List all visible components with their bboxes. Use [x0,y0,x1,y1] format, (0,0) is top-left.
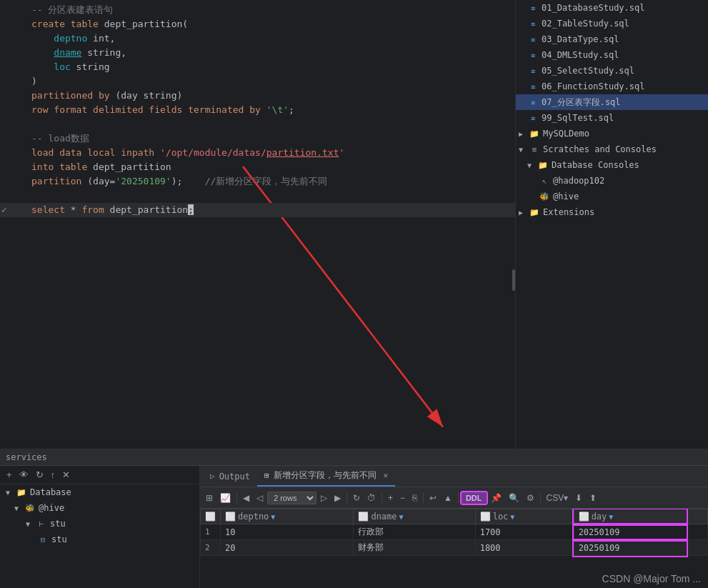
cell-dname[interactable]: 行政部 [354,524,475,540]
sql-file-icon: ≡ [527,18,539,29]
tab-partition[interactable]: ⊞ 新增分区字段，与先前不同 ✕ [257,466,395,487]
revert-button[interactable]: ↩ [427,492,439,504]
cell-empty [687,524,707,540]
svc-item-database[interactable]: ▼ 📁 Database [0,484,199,500]
filter-icon[interactable]: ▼ [271,513,275,521]
col-header-deptno[interactable]: ⬜ deptno ▼ [221,509,354,524]
data-grid: ⬜ ⬜ deptno ▼ [200,509,708,588]
tree-item-label: 01_DatabaseStudy.sql [542,3,645,13]
tree-item-label: @hive [553,191,579,201]
tab-output[interactable]: ▷ Output [203,466,257,487]
download-button[interactable]: ⬇ [572,492,585,504]
divider [423,492,424,504]
svc-label: @hive [39,503,64,513]
tree-item-01[interactable]: ≡ 01_DatabaseStudy.sql [516,0,708,16]
up-button[interactable]: ↑ [49,468,58,482]
col-header-dname[interactable]: ⬜ dname ▼ [354,509,475,524]
data-panel: ▷ Output ⊞ 新增分区字段，与先前不同 ✕ ⊞ 📈 ◀ ◁ [200,466,708,588]
tree-item-03[interactable]: ≡ 03_DataType.sql [516,31,708,47]
cell-loc[interactable]: 1700 [475,524,574,540]
eye-button[interactable]: 👁 [17,468,31,482]
tree-item-07[interactable]: ≡ 07_分区表字段.sql [516,94,708,110]
tree-item-label: 05_SelectStudy.sql [542,66,634,76]
clone-row-button[interactable]: ⎘ [409,492,420,504]
prev-page-button[interactable]: ◁ [254,492,266,504]
svc-item-hive[interactable]: ▼ 🐝 @hive [0,500,199,516]
cell-day[interactable]: 20250109 [574,524,687,540]
tree-item-scratches[interactable]: ▼ ≡ Scratches and Consoles [516,141,708,157]
col-deptno-label: deptno [238,512,269,522]
next-page-button[interactable]: ▷ [318,492,330,504]
cell-deptno[interactable]: 10 [221,524,354,540]
folder-icon: 📁 [529,206,540,218]
folder-icon: 📁 [537,159,549,171]
tab-output-label: Output [219,472,250,482]
scratches-icon: ≡ [529,144,540,155]
tree-item-02[interactable]: ≡ 02_TableStudy.sql [516,16,708,31]
tree-item-06[interactable]: ≡ 06_FunctionStudy.sql [516,79,708,94]
scrollbar-thumb[interactable] [512,269,515,291]
cell-dname[interactable]: 财务部 [354,540,475,556]
upload-button[interactable]: ⬆ [587,492,599,504]
tab-partition-label: 新增分区字段，与先前不同 [274,469,377,482]
add-row-button[interactable]: + [385,492,396,504]
tree-item-05[interactable]: ≡ 05_SelectStudy.sql [516,63,708,79]
top-area: -- 分区表建表语句 create table dept_partition( … [0,0,708,449]
cell-loc[interactable]: 1800 [475,540,574,556]
svc-label: Database [30,487,71,497]
sql-file-icon: ≡ [527,49,539,61]
pin-button[interactable]: 📌 [488,492,504,504]
hadoop-icon: ↖ [539,175,550,186]
chart-button[interactable]: 📈 [217,492,234,504]
history-button[interactable]: ⏱ [364,492,379,504]
ddl-button[interactable]: DDL [462,492,487,504]
cell-deptno[interactable]: 20 [221,540,354,556]
cell-day[interactable]: 20250109 [574,540,687,556]
filter-icon[interactable]: ▼ [399,513,404,521]
tree-item-hive-console[interactable]: 🐝 @hive [516,189,708,204]
delete-row-button[interactable]: − [397,492,408,504]
search-button[interactable]: 🔍 [506,492,522,504]
tree-item-db-consoles[interactable]: ▼ 📁 Database Consoles [516,157,708,173]
divider [346,492,347,504]
tab-close-button[interactable]: ✕ [384,471,389,480]
first-page-button[interactable]: ◀ [240,492,252,504]
tree-item-hadoop[interactable]: ↖ @hadoop102 [516,173,708,189]
code-line: -- 分区表建表语句 [0,3,515,17]
code-line: load data local inpath '/opt/module/data… [0,146,515,160]
tree-item-label: Scratches and Consoles [543,144,657,154]
svc-label: stu [50,519,66,529]
refresh-button[interactable]: ↻ [34,468,46,482]
filter-icon[interactable]: ▼ [609,513,613,521]
settings-button[interactable]: ⚙ [524,492,537,504]
sql-file-icon: ≡ [527,65,539,76]
bottom-panel: services + 👁 ↻ ↑ ✕ ▼ 📁 Database ▼ [0,449,708,588]
tree-item-99[interactable]: ≡ 99_SqlTest.sql [516,110,708,126]
col-header-empty [687,509,707,524]
tree-item-extensions[interactable]: ▶ 📁 Extensions [516,204,708,220]
chevron-down-icon: ▼ [527,161,537,169]
table-row: 2 20 财务部 1800 20250109 [201,540,708,556]
export-csv-button[interactable]: CSV▾ [544,492,572,504]
close-button[interactable]: ✕ [60,468,72,482]
filter-icon[interactable]: ▼ [510,513,514,521]
code-line: create table dept_partition( [0,17,515,31]
row-number: 2 [201,540,221,556]
tree-item-04[interactable]: ≡ 04_DMLStudy.sql [516,47,708,63]
svc-item-stu-table[interactable]: ⊟ stu [0,532,199,547]
col-header-num: ⬜ [201,509,221,524]
code-line: partitioned by (day string) [0,89,515,103]
svc-item-stu-parent[interactable]: ▼ ⊢ stu [0,516,199,532]
rows-per-page-select[interactable]: 2 rows 5 rows 10 rows [267,492,316,504]
add-service-button[interactable]: + [4,468,14,482]
refresh-data-button[interactable]: ↻ [350,492,363,504]
tree-item-mysql[interactable]: ▶ 📁 MySQLDemo [516,126,708,141]
sql-file-icon: ≡ [527,96,539,108]
last-page-button[interactable]: ▶ [331,492,344,504]
svc-label: stu [51,534,67,544]
col-loc-label: loc [493,512,509,522]
col-header-day[interactable]: ⬜ day ▼ [574,509,687,524]
col-header-loc[interactable]: ⬜ loc ▼ [475,509,574,524]
grid-view-button[interactable]: ⊞ [203,492,216,504]
submit-button[interactable]: ▲ [441,492,455,504]
